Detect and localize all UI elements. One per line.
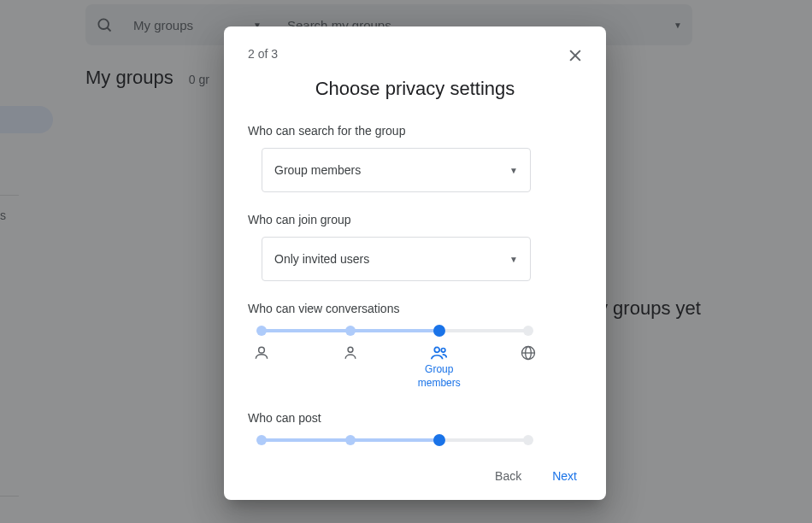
svg-point-4: [259, 347, 265, 353]
join-section-label: Who can join group: [248, 213, 582, 226]
slider-stop[interactable]: [345, 326, 356, 336]
slider-stop[interactable]: [256, 435, 267, 445]
slider-stop[interactable]: [523, 435, 533, 445]
manager-icon: [342, 344, 359, 361]
slider-stop[interactable]: [345, 435, 356, 445]
search-visibility-select[interactable]: Group members ▼: [262, 148, 531, 192]
dropdown-caret-icon: ▼: [509, 166, 518, 175]
view-section-label: Who can view conversations: [248, 302, 582, 315]
dropdown-caret-icon: ▼: [509, 255, 518, 264]
slider-stop[interactable]: [523, 326, 533, 336]
step-indicator: 2 of 3: [248, 47, 582, 61]
svg-point-5: [348, 347, 353, 352]
next-button[interactable]: Next: [540, 462, 589, 490]
dialog-title: Choose privacy settings: [248, 78, 582, 100]
svg-point-6: [434, 347, 439, 352]
close-button[interactable]: [560, 40, 591, 71]
post-permissions-slider[interactable]: [262, 435, 528, 445]
slider-stop-selected[interactable]: [433, 325, 445, 337]
view-permissions-slider[interactable]: [262, 326, 528, 336]
svg-point-7: [441, 349, 445, 353]
slider-stop[interactable]: [256, 326, 267, 336]
close-icon: [567, 47, 584, 64]
search-section-label: Who can search for the group: [248, 124, 582, 138]
privacy-settings-dialog: 2 of 3 Choose privacy settings Who can s…: [224, 26, 606, 500]
select-value: Group members: [274, 163, 361, 177]
select-value: Only invited users: [274, 252, 369, 266]
view-slider-icons: [262, 344, 528, 363]
post-section-label: Who can post: [248, 411, 582, 425]
group-members-icon: [430, 344, 449, 361]
dialog-content[interactable]: 2 of 3 Choose privacy settings Who can s…: [224, 26, 606, 452]
join-policy-select[interactable]: Only invited users ▼: [262, 237, 531, 281]
globe-icon: [520, 344, 537, 361]
owner-icon: [253, 344, 270, 361]
view-slider-selected-label: Group members: [405, 363, 474, 390]
slider-stop-selected[interactable]: [433, 434, 445, 446]
back-button[interactable]: Back: [483, 462, 533, 490]
dialog-footer: Back Next: [224, 452, 606, 500]
